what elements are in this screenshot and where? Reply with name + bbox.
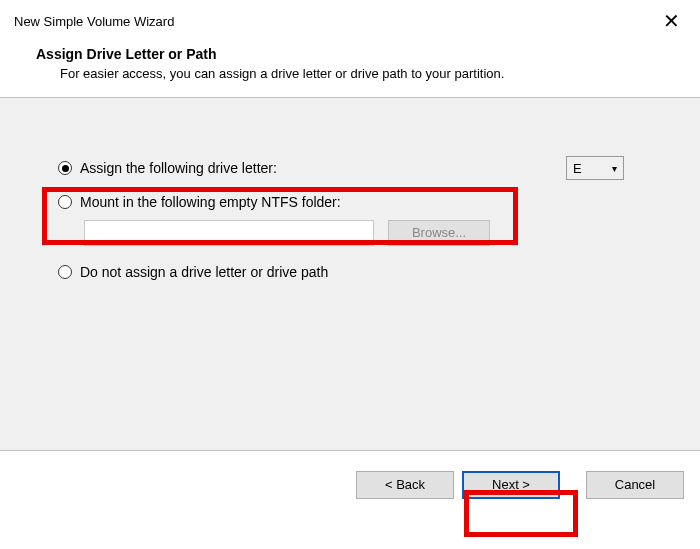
option-mount-folder[interactable]: Mount in the following empty NTFS folder… xyxy=(40,194,660,210)
wizard-footer: < Back Next > Cancel xyxy=(0,450,700,518)
option-assign-letter-label: Assign the following drive letter: xyxy=(80,160,277,176)
radio-assign-letter[interactable] xyxy=(58,161,72,175)
back-button[interactable]: < Back xyxy=(356,471,454,499)
radio-no-assign[interactable] xyxy=(58,265,72,279)
browse-button: Browse... xyxy=(388,220,490,246)
option-no-assign[interactable]: Do not assign a drive letter or drive pa… xyxy=(40,264,660,280)
next-button[interactable]: Next > xyxy=(462,471,560,499)
folder-path-input[interactable] xyxy=(84,220,374,246)
mount-folder-controls: Browse... xyxy=(40,220,660,246)
option-assign-letter[interactable]: Assign the following drive letter: E ▾ xyxy=(40,156,660,180)
page-title: Assign Drive Letter or Path xyxy=(36,46,664,62)
chevron-down-icon: ▾ xyxy=(612,163,617,174)
drive-letter-select[interactable]: E ▾ xyxy=(566,156,624,180)
drive-letter-value: E xyxy=(573,161,582,176)
cancel-button[interactable]: Cancel xyxy=(586,471,684,499)
titlebar: New Simple Volume Wizard ✕ xyxy=(0,0,700,38)
wizard-header: Assign Drive Letter or Path For easier a… xyxy=(0,38,700,97)
close-icon[interactable]: ✕ xyxy=(657,11,686,31)
option-mount-folder-label: Mount in the following empty NTFS folder… xyxy=(80,194,341,210)
radio-mount-folder[interactable] xyxy=(58,195,72,209)
content-area: Assign the following drive letter: E ▾ M… xyxy=(0,98,700,450)
window-title: New Simple Volume Wizard xyxy=(14,14,174,29)
page-subtitle: For easier access, you can assign a driv… xyxy=(36,66,664,81)
option-no-assign-label: Do not assign a drive letter or drive pa… xyxy=(80,264,328,280)
